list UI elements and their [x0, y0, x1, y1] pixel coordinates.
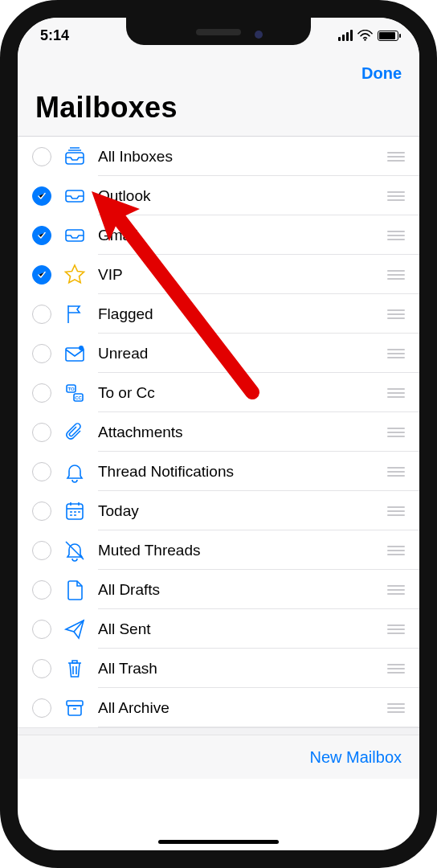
selection-radio[interactable] — [32, 305, 51, 324]
selection-radio[interactable] — [32, 423, 51, 442]
mailbox-label: All Inboxes — [98, 148, 384, 166]
drag-handle-icon[interactable] — [384, 231, 405, 240]
tray-icon — [63, 184, 87, 208]
wifi-icon — [357, 30, 373, 41]
bell-slash-icon — [63, 538, 87, 563]
selection-radio[interactable] — [32, 580, 51, 600]
nav-header: Done Mailboxes — [18, 53, 419, 137]
drag-handle-icon[interactable] — [384, 585, 405, 595]
svg-point-0 — [364, 39, 366, 40]
battery-icon — [378, 31, 398, 41]
mailbox-label: Outlook — [98, 187, 384, 205]
flag-icon — [63, 302, 87, 326]
mailbox-label: All Drafts — [98, 581, 384, 599]
bell-icon — [63, 460, 87, 484]
paperplane-icon — [63, 617, 87, 641]
drag-handle-icon[interactable] — [384, 270, 405, 280]
drag-handle-icon[interactable] — [384, 349, 405, 358]
mailbox-label: Thread Notifications — [98, 463, 384, 481]
mailbox-label: To or Cc — [98, 384, 384, 402]
selection-radio[interactable] — [32, 226, 51, 245]
mailbox-label: All Sent — [98, 620, 384, 638]
star-icon — [63, 263, 87, 287]
mailbox-row-thread-notif[interactable]: Thread Notifications — [18, 452, 419, 491]
status-time: 5:14 — [40, 27, 69, 44]
to-cc-icon — [63, 381, 87, 405]
selection-radio[interactable] — [32, 620, 51, 639]
page-title: Mailboxes — [18, 88, 419, 136]
mailbox-label: Muted Threads — [98, 542, 384, 559]
trash-icon — [63, 657, 87, 681]
mailbox-row-all-inboxes[interactable]: All Inboxes — [18, 137, 419, 176]
selection-radio[interactable] — [32, 344, 51, 363]
list-spacer — [18, 727, 419, 735]
mailbox-label: All Trash — [98, 660, 384, 678]
mailbox-row-all-drafts[interactable]: All Drafts — [18, 570, 419, 609]
mailbox-label: All Archive — [98, 699, 384, 717]
toolbar: New Mailbox — [18, 735, 419, 779]
drag-handle-icon[interactable] — [384, 703, 405, 713]
calendar-icon — [63, 499, 87, 523]
paperclip-icon — [63, 420, 87, 444]
mailbox-row-muted[interactable]: Muted Threads — [18, 530, 419, 570]
mailbox-row-outlook[interactable]: Outlook — [18, 176, 419, 215]
doc-icon — [63, 578, 87, 602]
mailbox-label: Today — [98, 502, 384, 520]
selection-radio[interactable] — [32, 502, 51, 521]
drag-handle-icon[interactable] — [384, 152, 405, 162]
envelope-dot-icon — [63, 342, 87, 366]
drag-handle-icon[interactable] — [384, 467, 405, 477]
cellular-icon — [338, 30, 353, 41]
drag-handle-icon[interactable] — [384, 428, 405, 437]
mailbox-label: VIP — [98, 266, 384, 284]
mailbox-row-unread[interactable]: Unread — [18, 334, 419, 373]
mailbox-row-all-sent[interactable]: All Sent — [18, 609, 419, 649]
mailbox-row-to-or-cc[interactable]: To or Cc — [18, 373, 419, 412]
new-mailbox-button[interactable]: New Mailbox — [310, 748, 402, 767]
drag-handle-icon[interactable] — [384, 388, 405, 398]
drag-handle-icon[interactable] — [384, 664, 405, 674]
drag-handle-icon[interactable] — [384, 624, 405, 634]
phone-frame: 5:14 Done Mailboxes All InboxesOutlookGm… — [0, 0, 437, 868]
selection-radio[interactable] — [32, 265, 51, 285]
done-button[interactable]: Done — [361, 64, 402, 83]
mailbox-row-all-trash[interactable]: All Trash — [18, 649, 419, 688]
selection-radio[interactable] — [32, 186, 51, 206]
selection-radio[interactable] — [32, 383, 51, 403]
selection-radio[interactable] — [32, 147, 51, 166]
drag-handle-icon[interactable] — [384, 309, 405, 319]
mailbox-label: Attachments — [98, 424, 384, 441]
selection-radio[interactable] — [32, 541, 51, 560]
mailbox-label: Unread — [98, 345, 384, 362]
tray-icon — [63, 223, 87, 248]
drag-handle-icon[interactable] — [384, 506, 405, 516]
drag-handle-icon[interactable] — [384, 191, 405, 201]
selection-radio[interactable] — [32, 659, 51, 678]
mailbox-label: Gmail — [98, 227, 384, 244]
selection-radio[interactable] — [32, 698, 51, 718]
mailbox-row-attachments[interactable]: Attachments — [18, 412, 419, 452]
mailbox-row-gmail[interactable]: Gmail — [18, 215, 419, 255]
mailbox-label: Flagged — [98, 305, 384, 323]
mailbox-list: All InboxesOutlookGmailVIPFlaggedUnreadT… — [18, 137, 419, 727]
mailbox-row-today[interactable]: Today — [18, 491, 419, 530]
archive-icon — [63, 696, 87, 720]
mailbox-row-all-archive[interactable]: All Archive — [18, 688, 419, 727]
mailbox-row-vip[interactable]: VIP — [18, 255, 419, 294]
home-indicator — [158, 840, 279, 844]
tray-stack-icon — [63, 145, 87, 169]
drag-handle-icon[interactable] — [384, 546, 405, 555]
notch — [126, 18, 311, 45]
selection-radio[interactable] — [32, 462, 51, 481]
mailbox-row-flagged[interactable]: Flagged — [18, 294, 419, 334]
